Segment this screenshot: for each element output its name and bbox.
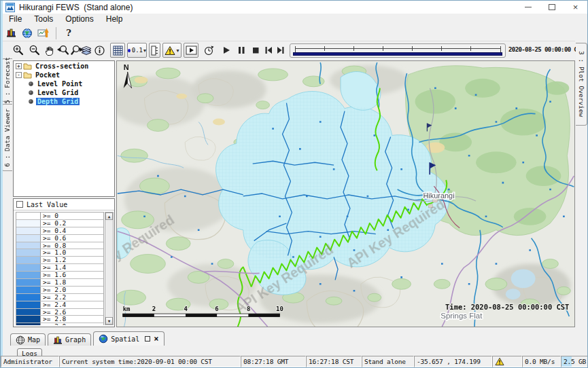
collapse-icon[interactable]: - [16, 72, 22, 78]
chevron-down-icon: ▾ [176, 48, 179, 54]
menu-help[interactable]: Help [100, 14, 129, 25]
window-edge [1, 1, 3, 367]
menu-options[interactable]: Options [59, 14, 99, 25]
legend-label: >= 0.2 [41, 220, 103, 227]
map-canvas[interactable]: API Key Required API Key Required API Ke… [116, 60, 575, 327]
bar-chart-icon [5, 27, 17, 39]
sidebar-tab-data-viewer[interactable]: 6 : Data Viewer [1, 104, 12, 171]
chevron-down-icon: ▾ [143, 48, 146, 54]
sidebar-tab-forecast[interactable]: 5 : Forecast [1, 58, 12, 102]
menu-file[interactable]: File [3, 14, 28, 25]
tree-item-pocket[interactable]: - Pocket [14, 71, 114, 79]
spatial-display-button[interactable] [35, 26, 52, 41]
legend-label: >= 1.8 [41, 279, 103, 286]
last-value-checkbox[interactable] [16, 201, 23, 208]
legend-scrollbar[interactable]: ▲ ▼ [105, 212, 114, 325]
legend-swatch [16, 323, 41, 325]
legend-swatch [16, 301, 41, 308]
help-button[interactable]: ? [60, 26, 77, 41]
animation-button[interactable] [184, 43, 198, 58]
layer-tree-panel: + Cross-section - Pocket Level Point Lev… [13, 60, 115, 197]
legend-swatch [16, 213, 41, 219]
status-gmt-time: 08:27:18 GMT [241, 356, 306, 367]
time-span-bar[interactable] [293, 52, 502, 56]
panel-maximize-button[interactable] [145, 336, 150, 342]
step-last-button[interactable] [273, 43, 288, 58]
legend-label: >= 0.4 [41, 227, 103, 234]
grid-scale-dropdown[interactable]: 0.1 ▾ [127, 43, 147, 58]
place-label-hikurangi: Hikurangi [423, 191, 454, 200]
tab-label: Graph [65, 336, 86, 344]
application-window: Hikurangi FEWS (Stand alone) × File Tool… [0, 0, 588, 368]
tab-map[interactable]: Map [10, 333, 46, 346]
zoom-in-icon [12, 44, 24, 56]
status-memory: 2.5 GB [561, 356, 588, 367]
profile-button[interactable] [149, 43, 160, 58]
legend-swatch [16, 249, 41, 256]
pause-button[interactable] [234, 43, 249, 58]
slider-tick [295, 46, 296, 52]
thresholds-dropdown[interactable]: ▾ [162, 43, 181, 58]
place-label-springs-flat: Springs Flat [440, 312, 483, 320]
map-display-button[interactable] [19, 26, 35, 41]
minimize-icon [525, 7, 532, 7]
legend-row: >= 3.0 [16, 323, 103, 325]
database-display-button[interactable] [3, 26, 19, 41]
tree-item-depth-grid[interactable]: Depth Grid [14, 97, 114, 105]
status-system-time: Current system time:2020-09-01 00:00 CST [59, 356, 241, 367]
scale-tick: 8 [247, 306, 250, 312]
status-text: 16:27:18 CST [309, 358, 353, 365]
time-slider[interactable] [290, 43, 506, 58]
warning-icon [165, 45, 175, 56]
legend-label: >= 2.4 [41, 301, 103, 308]
scroll-down-icon[interactable]: ▼ [105, 317, 113, 325]
status-text: -35.657 , 174.199 [417, 358, 481, 365]
maximize-button[interactable] [540, 1, 564, 14]
ruler-icon [151, 45, 158, 56]
grid-display-button[interactable] [110, 43, 125, 58]
tree-item-label: Level Grid [36, 89, 80, 96]
tree-item-cross-section[interactable]: + Cross-section [14, 62, 114, 70]
slider-tick [353, 46, 354, 51]
legend-panel: Last Value >= 0>= 0.2>= 0.4>= 0.6>= 0.8>… [13, 198, 115, 327]
slider-tick [500, 46, 501, 52]
scale-tick: 6 [215, 306, 218, 312]
tab-spatial[interactable]: Spatial × [93, 331, 164, 346]
legend-swatch [16, 309, 41, 316]
tab-graph[interactable]: Graph [48, 333, 91, 346]
folder-icon [23, 71, 32, 79]
slider-tick [441, 46, 442, 51]
sidebar-tab-plot-overview[interactable]: 3 : Plot Overview [576, 43, 587, 126]
animation-settings-button[interactable] [202, 43, 217, 58]
zoom-out-button[interactable] [27, 43, 42, 58]
status-text: 08:27:18 GMT [243, 358, 288, 365]
legend-swatch [16, 235, 41, 242]
legend-swatch [16, 227, 41, 234]
title-bar[interactable]: Hikurangi FEWS (Stand alone) × [3, 1, 587, 14]
map-toolbar: 0.1 ▾ ▾ [3, 41, 575, 59]
panel-close-button[interactable]: × [154, 335, 158, 343]
minimize-button[interactable] [516, 1, 540, 14]
scale-tick: 2 [152, 306, 156, 312]
pan-button[interactable] [41, 43, 56, 58]
scroll-up-icon[interactable]: ▲ [105, 213, 113, 220]
tree-item-level-point[interactable]: Level Point [14, 79, 114, 88]
tree-item-label-selected: Depth Grid [36, 98, 80, 105]
info-button[interactable] [92, 43, 107, 58]
zoom-in-button[interactable] [11, 43, 26, 58]
menu-tools[interactable]: Tools [28, 14, 59, 25]
dot-icon [128, 49, 131, 52]
skip-to-start-icon [264, 45, 273, 55]
slider-tick [470, 46, 471, 51]
legend-row: >= 2.4 [16, 301, 103, 309]
map-image: API Key Required API Key Required API Ke… [117, 61, 574, 327]
play-button[interactable] [219, 43, 234, 58]
expand-icon[interactable]: + [16, 63, 22, 69]
tree-item-level-grid[interactable]: Level Grid [14, 88, 114, 96]
folder-icon [23, 62, 32, 70]
status-alerts[interactable] [492, 356, 522, 367]
zoom-previous-button[interactable] [55, 43, 70, 58]
time-slider-track [295, 48, 500, 49]
close-button[interactable]: × [564, 1, 587, 14]
tab-label: Spatial [111, 335, 139, 343]
